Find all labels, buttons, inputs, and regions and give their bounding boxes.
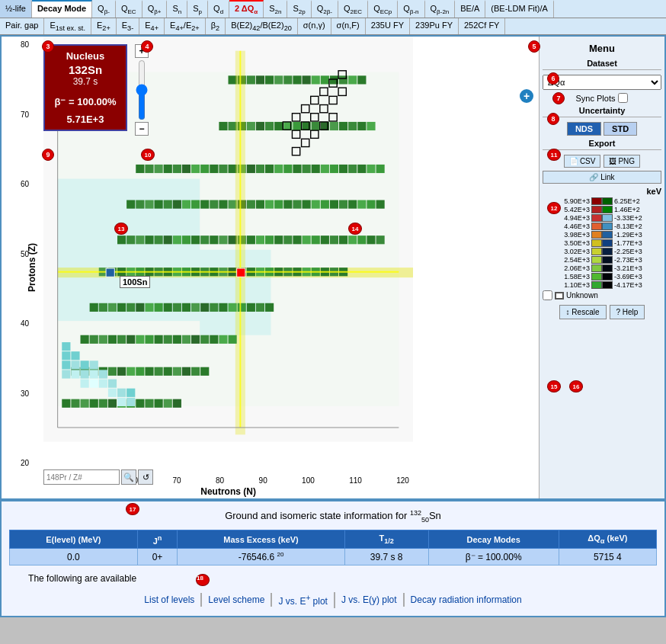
link-button[interactable]: 🔗 Link — [543, 171, 661, 184]
tab-sigma-ng[interactable]: σ(n,γ) — [298, 18, 331, 34]
svg-rect-33 — [348, 122, 357, 130]
search-input[interactable] — [43, 469, 120, 485]
svg-rect-173 — [117, 335, 126, 344]
tab-beldm[interactable]: (BE-LDM Fit)/A — [485, 0, 554, 18]
tab-qecp[interactable]: QECp — [368, 0, 398, 18]
csv-export-button[interactable]: 📄 CSV — [564, 155, 601, 168]
tab-qbp[interactable]: Qβ+ — [142, 0, 168, 18]
link-list-of-levels[interactable]: List of levels — [138, 593, 202, 607]
svg-rect-113 — [321, 236, 329, 245]
svg-rect-102 — [219, 236, 227, 245]
nucleus-info-box: Nucleus 132Sn 39.7 s β⁻ = 100.00% 5.71E+… — [43, 44, 127, 131]
tab-sn[interactable]: Sn — [167, 0, 187, 18]
link-j-vs-e-plot[interactable]: J vs. E+ plot — [272, 592, 335, 608]
col-decay-modes: Decay Modes — [428, 530, 559, 549]
tab-qbmn[interactable]: Qβ-n — [398, 0, 424, 18]
sync-plots-checkbox[interactable] — [618, 93, 628, 103]
uncertainty-section-title: Uncertainty — [543, 106, 661, 117]
tab-qbm2n[interactable]: Qβ-2n — [425, 0, 456, 18]
sync-plots-label: Sync Plots — [576, 94, 616, 103]
tab-halflife[interactable]: ½-life — [0, 0, 32, 18]
uncertainty-std-button[interactable]: STD — [604, 122, 637, 136]
unknown-checkbox[interactable] — [543, 290, 552, 300]
tab-e4p[interactable]: E4+ — [139, 18, 165, 34]
tab-s2p[interactable]: S2p — [287, 0, 311, 18]
link-j-vs-ey-plot[interactable]: J vs. E(y) plot — [335, 593, 405, 607]
tab-s2n[interactable]: S2n — [264, 0, 287, 18]
link-decay-radiation[interactable]: Decay radiation information — [405, 593, 528, 607]
chart-area[interactable]: Protons (Z) 80 70 60 50 40 30 20 40 50 6… — [2, 37, 539, 498]
help-button[interactable]: ? Help — [610, 305, 645, 319]
zoom-slider[interactable] — [136, 59, 147, 120]
nucleus-halflife: 39.7 s — [53, 76, 118, 87]
svg-rect-111 — [303, 236, 311, 245]
svg-rect-43 — [200, 165, 209, 173]
tab-qec[interactable]: QEC — [116, 0, 142, 18]
svg-rect-44 — [210, 165, 218, 173]
tab-sp[interactable]: Sp — [187, 0, 208, 18]
tab-sigma-nf[interactable]: σ(n,F) — [331, 18, 366, 34]
tab-239pufy[interactable]: 239Pu FY — [410, 18, 459, 34]
tab-qbm[interactable]: Qβ- — [92, 0, 116, 18]
tab-e3m[interactable]: E3- — [117, 18, 140, 34]
svg-rect-14 — [321, 76, 329, 85]
dataset-select[interactable]: ΔQα — [543, 75, 661, 90]
svg-rect-94 — [145, 236, 153, 245]
link-level-scheme[interactable]: Level scheme — [202, 593, 272, 607]
tab-beta2[interactable]: β2 — [206, 18, 226, 34]
col-jn: Jn — [137, 530, 178, 549]
tab-decaymode[interactable]: Decay Mode — [32, 0, 92, 18]
tab-pair-gap[interactable]: Pair. gap — [0, 18, 44, 34]
tab-q2bm[interactable]: Q2β- — [312, 0, 338, 18]
png-export-button[interactable]: 🖼 PNG — [604, 155, 640, 168]
reset-search-button[interactable]: ↺ — [138, 469, 153, 485]
svg-rect-119 — [376, 236, 385, 245]
svg-rect-234 — [237, 268, 245, 277]
dataset-section-title: Dataset — [543, 59, 661, 70]
tab-dqa[interactable]: 2 ΔQα — [229, 0, 264, 18]
search-button[interactable]: 🔍 — [121, 469, 136, 485]
tab-e4pe2p[interactable]: E4+/E2+ — [165, 18, 206, 34]
legend-unknown-row: Unknown — [543, 290, 661, 300]
tab-be2[interactable]: B(E2)42/B(E2)20 — [226, 18, 298, 34]
legend-color-0 — [591, 197, 602, 205]
svg-rect-49 — [256, 165, 264, 173]
tab-q2ec[interactable]: Q2EC — [338, 0, 368, 18]
svg-rect-178 — [164, 335, 172, 344]
svg-rect-85 — [330, 200, 338, 209]
nucleus-decay: β⁻ = 100.00% — [53, 96, 118, 107]
svg-rect-156 — [155, 303, 163, 312]
svg-rect-166 — [247, 303, 255, 312]
tab-e2p[interactable]: E2+ — [91, 18, 117, 34]
uncertainty-nds-button[interactable]: NDS — [567, 122, 601, 136]
svg-rect-34 — [357, 122, 366, 130]
tab-252cfFY[interactable]: 252Cf FY — [459, 18, 505, 34]
zoom-out-button[interactable]: − — [135, 122, 149, 136]
tab-bea[interactable]: BE/A — [455, 0, 485, 18]
legend-color-4b — [602, 231, 613, 239]
svg-rect-19 — [219, 122, 227, 130]
svg-rect-88 — [357, 200, 366, 209]
tab-bar-row2: Pair. gap E1st ex. st. E2+ E3- E4+ E4+/E… — [0, 18, 666, 35]
svg-rect-37 — [145, 165, 153, 173]
svg-rect-62 — [376, 165, 385, 173]
svg-rect-9 — [274, 76, 283, 85]
svg-rect-183 — [210, 335, 218, 344]
svg-rect-31 — [330, 122, 338, 130]
svg-rect-158 — [173, 303, 181, 312]
svg-rect-42 — [191, 165, 200, 173]
svg-rect-10 — [283, 76, 292, 85]
tab-qd[interactable]: Qd — [208, 0, 229, 18]
svg-rect-253 — [117, 389, 126, 397]
svg-rect-238 — [62, 361, 70, 370]
svg-rect-176 — [145, 335, 153, 344]
svg-rect-201 — [62, 399, 70, 408]
svg-rect-57 — [330, 165, 338, 173]
legend-color-4 — [591, 231, 602, 239]
svg-rect-242 — [71, 370, 79, 379]
tab-e1st[interactable]: E1st ex. st. — [44, 18, 91, 34]
svg-rect-51 — [274, 165, 283, 173]
tab-235ufy[interactable]: 235U FY — [366, 18, 410, 34]
svg-rect-99 — [191, 236, 200, 245]
rescale-button[interactable]: ↕ Rescale — [559, 305, 607, 319]
